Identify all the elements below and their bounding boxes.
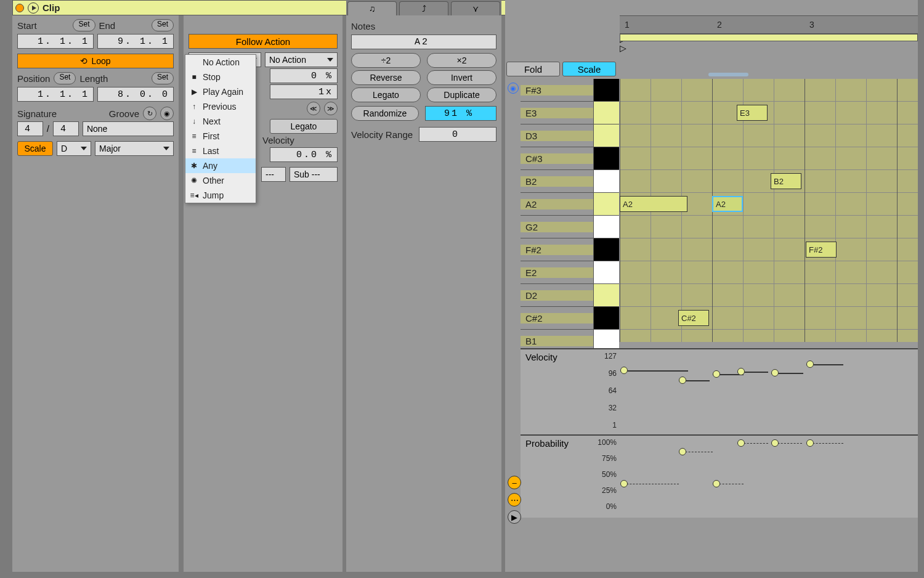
piano-keys[interactable]: F#3E3D3C#3B2A2G2F#2E2D2C#2B1 xyxy=(521,79,619,342)
prev-button[interactable]: ≪ xyxy=(307,102,320,115)
midi-note[interactable]: E3 xyxy=(737,105,768,121)
play-icon[interactable] xyxy=(28,2,39,14)
midi-grid[interactable]: A2C#2A2E3B2F#2 xyxy=(620,79,918,342)
length-set-button[interactable]: Set xyxy=(152,72,174,84)
follow-action-b-select[interactable]: No Action xyxy=(265,52,338,67)
velocity-marker[interactable] xyxy=(737,368,745,375)
probability-marker[interactable] xyxy=(713,480,720,487)
scale-mode-select[interactable]: Major xyxy=(95,141,174,156)
end-set-button[interactable]: Set xyxy=(152,19,174,31)
double-time-button[interactable]: ×2 xyxy=(427,53,496,68)
menu-item-jump[interactable]: ≡◂Jump xyxy=(185,188,256,203)
start-set-button[interactable]: Set xyxy=(73,19,95,31)
piano-key-E2[interactable] xyxy=(593,261,619,283)
loop-toggle[interactable]: ⟲ Loop xyxy=(17,54,174,68)
follow-count[interactable]: 1x xyxy=(270,84,338,99)
velocity-marker[interactable] xyxy=(806,360,814,368)
piano-key-D3[interactable] xyxy=(593,124,619,147)
loop-brace[interactable] xyxy=(620,34,918,41)
clip-properties-panel: Start Set End Set 1. 1. 1 9. 1. 1 ⟲ Loop… xyxy=(12,15,179,572)
midi-note[interactable]: C#2 xyxy=(678,310,709,326)
velocity-amount[interactable]: 0.0 % xyxy=(270,147,338,162)
randomize-amount[interactable]: 91 % xyxy=(425,106,496,121)
follow-chance[interactable]: 0 % xyxy=(270,68,338,83)
piano-key-E3[interactable] xyxy=(593,102,619,124)
scroll-indicator[interactable] xyxy=(708,73,748,76)
menu-item-previous[interactable]: ↑Previous xyxy=(185,99,256,114)
probability-marker[interactable] xyxy=(771,439,779,447)
velocity-marker[interactable] xyxy=(620,367,628,374)
velocity-marker[interactable] xyxy=(679,377,686,384)
piano-key-F#2[interactable] xyxy=(593,238,619,261)
bank-select[interactable]: --- xyxy=(261,167,286,182)
preview-play-button[interactable]: ▶ xyxy=(508,510,521,524)
sig-numerator[interactable]: 4 xyxy=(17,121,43,136)
envelope-tab[interactable]: ⤴ xyxy=(399,1,448,15)
groove-commit-button[interactable]: ↻ xyxy=(143,107,156,120)
randomize-button[interactable]: Randomize xyxy=(351,106,419,121)
menu-item-stop[interactable]: ■Stop xyxy=(185,70,256,84)
note-pitch[interactable]: A2 xyxy=(351,35,496,49)
probability-marker[interactable] xyxy=(806,439,814,447)
piano-key-F#3[interactable] xyxy=(593,79,619,101)
lane-toggle-velocity[interactable]: – xyxy=(508,476,521,489)
position-value[interactable]: 1. 1. 1 xyxy=(17,87,94,102)
legato-notes-button[interactable]: Legato xyxy=(351,88,421,102)
legato-button[interactable]: Legato xyxy=(270,119,338,134)
menu-item-play-again[interactable]: ▶Play Again xyxy=(185,84,256,99)
position-set-button[interactable]: Set xyxy=(54,72,76,84)
velocity-lane[interactable]: Velocity 1279664321 xyxy=(521,348,918,434)
piano-key-D2[interactable] xyxy=(593,284,619,306)
piano-key-C#2[interactable] xyxy=(593,307,619,329)
midi-note[interactable]: B2 xyxy=(771,173,801,189)
timeline-ruler[interactable]: 1 2 3 xyxy=(620,15,918,34)
menu-item-any[interactable]: ✱Any xyxy=(185,158,256,173)
scale-awareness-icon[interactable]: ◉ xyxy=(508,83,519,94)
scale-root-select[interactable]: D xyxy=(57,141,91,156)
menu-item-next[interactable]: ↓Next xyxy=(185,114,256,129)
probability-lane[interactable]: Probability 100%75%50%25%0% xyxy=(521,434,918,518)
menu-item-last[interactable]: ≡Last xyxy=(185,144,256,158)
half-time-button[interactable]: ÷2 xyxy=(351,53,421,68)
midi-note[interactable]: A2 xyxy=(712,196,743,212)
piano-key-B2[interactable] xyxy=(593,170,619,192)
scale-toggle[interactable]: Scale xyxy=(17,141,53,156)
menu-item-other[interactable]: ✺Other xyxy=(185,173,256,188)
velocity-range-value[interactable]: 0 xyxy=(419,127,496,142)
length-value[interactable]: 8. 0. 0 xyxy=(97,87,174,102)
probability-marker[interactable] xyxy=(679,448,686,455)
scale-highlight-button[interactable]: Scale xyxy=(562,62,616,76)
probability-marker[interactable] xyxy=(620,480,628,487)
clip-title[interactable]: Clip xyxy=(43,2,60,13)
clip-color-dot[interactable] xyxy=(15,4,24,12)
menu-item-first[interactable]: ≡First xyxy=(185,129,256,144)
fold-button[interactable]: Fold xyxy=(506,62,560,76)
reverse-button[interactable]: Reverse xyxy=(351,70,421,85)
piano-key-C#3[interactable] xyxy=(593,147,619,169)
playhead-marker[interactable]: ▷ xyxy=(620,43,626,53)
sig-denominator[interactable]: 4 xyxy=(53,121,79,136)
sub-select[interactable]: Sub --- xyxy=(290,167,338,182)
groove-hot-swap-button[interactable]: ◉ xyxy=(160,107,174,120)
piano-key-G2[interactable] xyxy=(593,216,619,238)
notes-tab[interactable]: ♫ xyxy=(347,1,397,15)
start-value[interactable]: 1. 1. 1 xyxy=(17,34,94,49)
loop-label: Loop xyxy=(91,56,110,66)
expression-tab[interactable]: ⋎ xyxy=(451,1,500,15)
key-label-F#3: F#3 xyxy=(521,85,593,96)
velocity-marker[interactable] xyxy=(713,370,720,378)
menu-item-no-action[interactable]: No Action xyxy=(185,55,256,70)
lane-toggle-probability[interactable]: ⋯ xyxy=(508,493,521,507)
midi-note[interactable]: F#2 xyxy=(806,242,837,258)
probability-marker[interactable] xyxy=(737,439,745,447)
groove-select[interactable]: None xyxy=(83,121,174,136)
duplicate-button[interactable]: Duplicate xyxy=(427,88,496,102)
velocity-marker[interactable] xyxy=(771,369,779,377)
follow-action-header[interactable]: Follow Action xyxy=(188,34,338,49)
invert-button[interactable]: Invert xyxy=(427,70,496,85)
end-value[interactable]: 9. 1. 1 xyxy=(97,34,174,49)
follow-action-menu: No Action■Stop▶Play Again↑Previous↓Next≡… xyxy=(185,54,256,203)
midi-note[interactable]: A2 xyxy=(620,196,687,212)
next-button[interactable]: ≫ xyxy=(324,102,338,115)
piano-key-A2[interactable] xyxy=(593,193,619,215)
